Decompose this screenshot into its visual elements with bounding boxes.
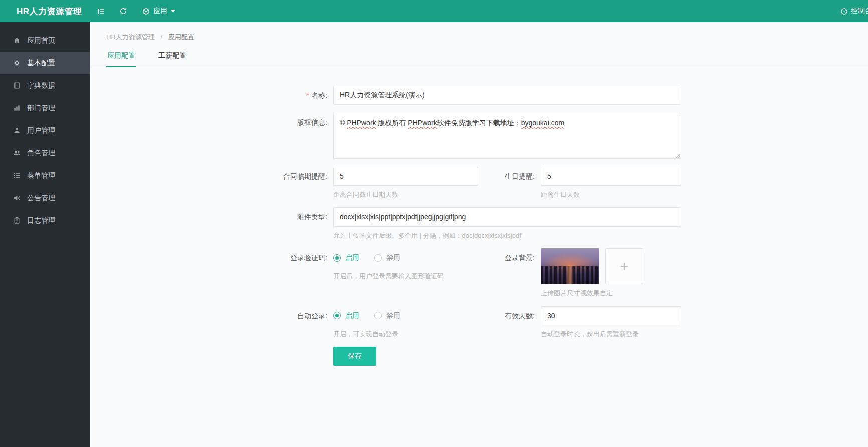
captcha-radio-disable[interactable]: 禁用 xyxy=(374,253,400,262)
app-menu-label: 应用 xyxy=(153,7,167,16)
form-row-captcha-bg: 登录验证码: 启用 禁用 开启后，用户登录需要输入图形验证码 登录背景: xyxy=(90,248,868,298)
tab-salary-config[interactable]: 工薪配置 xyxy=(157,51,187,67)
required-asterisk: * xyxy=(307,91,309,99)
captcha-hint: 开启后，用户登录需要输入图形验证码 xyxy=(333,272,478,281)
login-bg-label: 登录背景: xyxy=(478,248,541,267)
sidebar-item-label: 公告管理 xyxy=(27,194,55,203)
console-icon xyxy=(840,8,848,15)
name-input[interactable] xyxy=(333,86,681,105)
announcement-icon xyxy=(13,194,21,202)
user-icon xyxy=(13,127,21,135)
main-content: HR人力资源管理 / 应用配置 应用配置 工薪配置 *名称: 版权信息: xyxy=(90,22,868,447)
radio-circle-icon xyxy=(333,254,341,262)
radio-circle-icon xyxy=(374,312,382,319)
attachment-types-label: 附件类型: xyxy=(90,207,333,227)
book-icon xyxy=(13,82,21,90)
form-row-auto-login: 自动登录: 启用 禁用 开启，可实现自动登录 有效天数: 自动登 xyxy=(90,306,868,339)
captcha-radio-group: 启用 禁用 xyxy=(333,248,478,267)
valid-days-input[interactable] xyxy=(541,306,681,325)
attachment-types-hint: 允许上传的文件后缀。多个用 | 分隔，例如：doc|docx|xlsx|xls|… xyxy=(333,231,681,240)
upload-image-button[interactable]: + xyxy=(605,248,643,284)
log-icon xyxy=(13,217,21,225)
breadcrumb-current: 应用配置 xyxy=(168,33,194,41)
sidebar-item-user[interactable]: 用户管理 xyxy=(0,119,90,142)
app-logo[interactable]: HR人力资源管理 xyxy=(0,6,90,17)
sidebar-item-label: 部门管理 xyxy=(27,104,55,113)
breadcrumb-separator: / xyxy=(160,33,162,41)
sidebar-item-menu[interactable]: 菜单管理 xyxy=(0,164,90,187)
sidebar-toggle-icon[interactable] xyxy=(90,0,112,22)
org-chart-icon xyxy=(13,104,21,112)
captcha-radio-enable[interactable]: 启用 xyxy=(333,253,359,262)
sidebar-item-label: 角色管理 xyxy=(27,149,55,158)
contract-reminder-input[interactable] xyxy=(333,167,478,186)
login-bg-thumbnail[interactable] xyxy=(541,248,599,284)
app-window: HR人力资源管理 应用 控制台 xyxy=(0,0,868,447)
valid-days-hint: 自动登录时长，超出后需重新登录 xyxy=(541,330,681,339)
sidebar-item-log[interactable]: 日志管理 xyxy=(0,209,90,232)
auto-login-radio-disable[interactable]: 禁用 xyxy=(374,311,400,320)
radio-circle-icon xyxy=(333,312,341,319)
app-config-form: *名称: 版权信息: © PHPwork 版权所有 PHPwork软件免费版学习… xyxy=(90,86,868,366)
refresh-icon[interactable] xyxy=(112,0,134,22)
header-left-nav: 应用 xyxy=(90,0,183,22)
app-menu[interactable]: 应用 xyxy=(134,0,183,22)
home-icon xyxy=(13,37,21,45)
tab-bar: 应用配置 工薪配置 xyxy=(90,51,868,67)
top-header: HR人力资源管理 应用 控制台 xyxy=(0,0,868,22)
contract-reminder-label: 合同临期提醒: xyxy=(90,167,333,186)
auto-login-radio-enable[interactable]: 启用 xyxy=(333,311,359,320)
copyright-textarea[interactable]: © PHPwork 版权所有 PHPwork软件免费版学习下载地址：bygouk… xyxy=(333,113,681,159)
plus-icon: + xyxy=(620,258,628,274)
sidebar-item-label: 用户管理 xyxy=(27,126,55,135)
birthday-reminder-label: 生日提醒: xyxy=(478,167,541,186)
captcha-label: 登录验证码: xyxy=(90,248,333,267)
form-row-copyright: 版权信息: © PHPwork 版权所有 PHPwork软件免费版学习下载地址：… xyxy=(90,113,868,159)
console-link[interactable]: 控制台 xyxy=(840,0,868,22)
sidebar-item-basic-config[interactable]: 基本配置 xyxy=(0,52,90,74)
sidebar-item-label: 基本配置 xyxy=(27,59,55,68)
sidebar-item-label: 菜单管理 xyxy=(27,171,55,180)
sidebar-item-label: 应用首页 xyxy=(27,36,55,45)
valid-days-label: 有效天数: xyxy=(478,306,541,325)
name-label: *名称: xyxy=(90,86,333,105)
sidebar-item-role[interactable]: 角色管理 xyxy=(0,142,90,164)
auto-login-hint: 开启，可实现自动登录 xyxy=(333,330,478,339)
attachment-types-input[interactable] xyxy=(333,207,681,227)
form-row-attachment-types: 附件类型: 允许上传的文件后缀。多个用 | 分隔，例如：doc|docx|xls… xyxy=(90,207,868,240)
radio-circle-icon xyxy=(374,254,382,262)
sidebar-item-label: 字典数据 xyxy=(27,81,55,90)
textarea-resize-handle[interactable] xyxy=(675,152,680,158)
form-row-reminders: 合同临期提醒: 距离合同截止日期天数 生日提醒: 距离生日天数 xyxy=(90,167,868,199)
birthday-reminder-hint: 距离生日天数 xyxy=(541,190,681,199)
breadcrumb: HR人力资源管理 / 应用配置 xyxy=(90,22,868,42)
users-icon xyxy=(13,149,21,157)
auto-login-radio-group: 启用 禁用 xyxy=(333,306,478,325)
auto-login-label: 自动登录: xyxy=(90,306,333,325)
breadcrumb-root[interactable]: HR人力资源管理 xyxy=(106,33,155,41)
sidebar-item-department[interactable]: 部门管理 xyxy=(0,97,90,119)
app-cube-icon xyxy=(142,8,150,15)
contract-reminder-hint: 距离合同截止日期天数 xyxy=(333,190,478,199)
form-row-save: 保存 xyxy=(90,347,868,366)
sidebar: 应用首页 基本配置 字典数据 部门管理 用户管理 xyxy=(0,22,90,447)
sidebar-item-dictionary[interactable]: 字典数据 xyxy=(0,74,90,97)
copyright-label: 版权信息: xyxy=(90,113,333,132)
console-label: 控制台 xyxy=(851,7,868,16)
form-row-name: *名称: xyxy=(90,86,868,105)
gear-icon xyxy=(13,59,21,67)
sidebar-item-home[interactable]: 应用首页 xyxy=(0,29,90,52)
login-bg-hint: 上传图片尺寸视效果自定 xyxy=(541,289,643,298)
copyright-text: © PHPwork 版权所有 PHPwork软件免费版学习下载地址：bygouk… xyxy=(340,119,564,127)
sidebar-item-announcement[interactable]: 公告管理 xyxy=(0,187,90,209)
menu-list-icon xyxy=(13,172,21,180)
chevron-down-icon xyxy=(171,10,175,13)
sidebar-item-label: 日志管理 xyxy=(27,216,55,226)
tab-app-config[interactable]: 应用配置 xyxy=(106,51,136,67)
save-button[interactable]: 保存 xyxy=(333,347,376,366)
birthday-reminder-input[interactable] xyxy=(541,167,681,186)
